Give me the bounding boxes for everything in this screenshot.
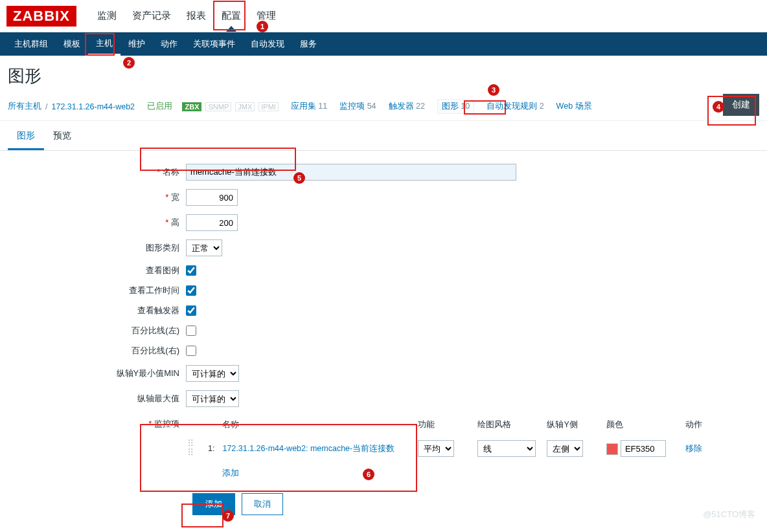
label-name: 名称 xyxy=(8,166,186,178)
check-pl-left[interactable] xyxy=(186,326,196,336)
check-legend[interactable] xyxy=(186,265,196,276)
check-pl-right[interactable] xyxy=(186,346,196,356)
items-header-row: 名称 功能 绘图风格 纵轴Y侧 颜色 动作 xyxy=(187,417,709,436)
badge-jmx: JMX xyxy=(235,102,255,111)
watermark: @51CTO博客 xyxy=(703,509,755,520)
subnav-templates[interactable]: 模板 xyxy=(56,32,88,56)
status-enabled: 已启用 xyxy=(147,101,172,112)
badge-ipmi: IPMI xyxy=(258,102,279,111)
select-yaxis[interactable]: 左侧 xyxy=(547,440,583,457)
label-type: 图形类别 xyxy=(8,242,186,254)
badge-zbx: ZBX xyxy=(182,102,201,111)
select-func[interactable]: 平均 xyxy=(418,440,454,457)
subnav-maintenance[interactable]: 维护 xyxy=(120,32,153,56)
th-func: 功能 xyxy=(418,417,476,436)
link-applications[interactable]: 应用集 11 xyxy=(291,101,327,112)
link-graphs[interactable]: 图形 10 xyxy=(437,99,474,114)
label-worktime: 查看工作时间 xyxy=(8,285,186,296)
create-button[interactable]: 创建 xyxy=(723,94,759,116)
badge-snmp: SNMP xyxy=(205,102,231,111)
input-color[interactable] xyxy=(621,440,666,457)
subnav-discovery[interactable]: 自动发现 xyxy=(243,32,292,56)
add-item-link[interactable]: 添加 xyxy=(222,469,239,478)
link-web[interactable]: Web 场景 xyxy=(556,101,592,112)
label-height: 高 xyxy=(8,217,186,228)
label-legend: 查看图例 xyxy=(8,265,186,276)
select-type[interactable]: 正常 xyxy=(186,239,222,256)
input-name[interactable] xyxy=(186,164,516,181)
breadcrumb-sep: / xyxy=(45,102,47,111)
link-triggers[interactable]: 触发器 22 xyxy=(389,101,425,112)
th-color: 颜色 xyxy=(606,417,684,436)
label-width: 宽 xyxy=(8,192,186,203)
remove-link[interactable]: 移除 xyxy=(685,444,702,453)
topnav-reports[interactable]: 报表 xyxy=(179,1,214,31)
subnav-actions[interactable]: 动作 xyxy=(153,32,185,56)
tab-graph[interactable]: 图形 xyxy=(8,124,44,150)
item-index: 1: xyxy=(208,437,221,460)
th-draw: 绘图风格 xyxy=(477,417,545,436)
item-name-link[interactable]: 172.31.1.26-m44-web2: memcache-当前连接数 xyxy=(222,444,395,453)
input-width[interactable] xyxy=(186,189,238,206)
th-yaxis: 纵轴Y侧 xyxy=(547,417,605,436)
check-worktime[interactable] xyxy=(186,285,196,296)
topnav-monitor[interactable]: 监测 xyxy=(89,1,124,31)
link-discovery-rules[interactable]: 自动发现规则 2 xyxy=(487,101,544,112)
select-draw[interactable]: 线 xyxy=(477,440,536,457)
label-ymin: 纵轴Y最小值MIN xyxy=(8,368,186,379)
logo[interactable]: ZABBIX xyxy=(6,6,76,27)
color-swatch[interactable] xyxy=(606,443,618,455)
select-ymin[interactable]: 可计算的 xyxy=(186,365,239,382)
topnav-config[interactable]: 配置 xyxy=(214,1,249,31)
cancel-button[interactable]: 取消 xyxy=(242,493,283,515)
page-title: 图形 xyxy=(0,56,767,95)
label-pl-left: 百分比线(左) xyxy=(8,325,186,337)
drag-handle-icon[interactable]: ⠿⠿ xyxy=(187,438,192,458)
label-items: 监控项 xyxy=(8,416,186,430)
subnav-hosts[interactable]: 主机 xyxy=(88,32,120,56)
select-ymax[interactable]: 可计算的 xyxy=(186,390,239,407)
topnav-inventory[interactable]: 资产记录 xyxy=(124,1,179,31)
breadcrumb-allhosts[interactable]: 所有主机 xyxy=(8,101,41,112)
label-pl-right: 百分比线(右) xyxy=(8,345,186,357)
th-name: 名称 xyxy=(222,417,417,436)
link-items[interactable]: 监控项 54 xyxy=(339,101,376,112)
subnav-hostgroups[interactable]: 主机群组 xyxy=(6,32,56,56)
breadcrumb-host[interactable]: 172.31.1.26-m44-web2 xyxy=(51,102,135,111)
tab-preview[interactable]: 预览 xyxy=(44,124,80,150)
subnav-correlation[interactable]: 关联项事件 xyxy=(185,32,243,56)
input-height[interactable] xyxy=(186,214,238,231)
item-row: ⠿⠿ 1: 172.31.1.26-m44-web2: memcache-当前连… xyxy=(187,437,709,460)
label-triggers: 查看触发器 xyxy=(8,305,186,316)
check-triggers[interactable] xyxy=(186,305,196,316)
subnav-services[interactable]: 服务 xyxy=(292,32,325,56)
label-ymax: 纵轴最大值 xyxy=(8,393,186,405)
th-action: 动作 xyxy=(685,417,709,436)
